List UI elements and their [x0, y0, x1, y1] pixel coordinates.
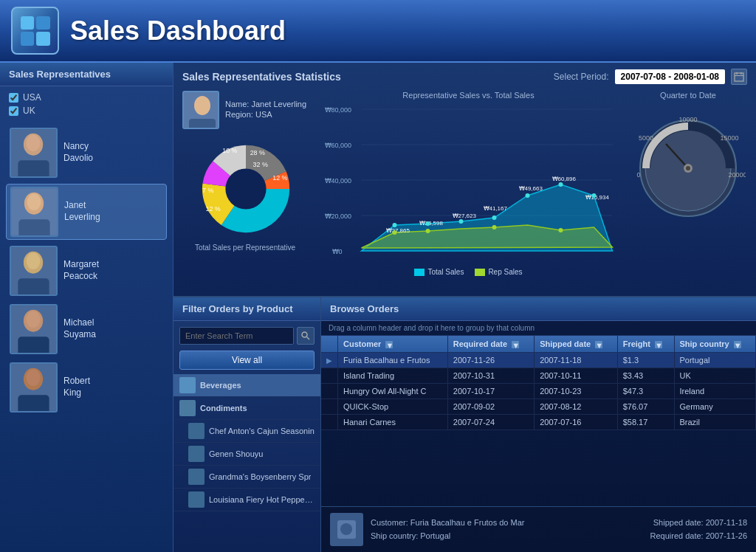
svg-text:₩26,598: ₩26,598: [419, 220, 444, 227]
table-row[interactable]: Island Trading 2007-10-31 2007-10-11 $3.…: [321, 368, 756, 384]
browse-orders-panel: Browse Orders Drag a column header and d…: [321, 297, 756, 552]
row-required-date: 2007-07-24: [447, 415, 534, 430]
svg-rect-14: [18, 337, 49, 353]
order-detail-icon: [330, 513, 363, 546]
svg-point-56: [492, 215, 497, 220]
filter-usa-label: USA: [23, 92, 41, 103]
svg-point-61: [426, 229, 430, 233]
table-row[interactable]: Hungry Owl All-Night C 2007-10-17 2007-1…: [321, 384, 756, 399]
rep-item-janet[interactable]: JanetLeverling: [6, 184, 167, 240]
col-header-freight[interactable]: Freight ▼: [617, 336, 674, 353]
rep-avatar-nancy: [10, 128, 58, 178]
rep-info-header: Name: Janet Leverling Region: USA: [182, 91, 308, 129]
period-label: Select Period:: [554, 72, 609, 82]
bottom-panel: Filter Orders by Product View all Bever: [173, 297, 756, 552]
svg-text:10000: 10000: [678, 116, 697, 123]
product-icon-condiments: [179, 400, 196, 416]
filter-usa[interactable]: USA: [9, 92, 164, 103]
rep-avatar-michael: [10, 304, 58, 354]
rep-avatar-margaret: [10, 246, 58, 296]
rep-name-michael: MichaelSuyama: [63, 317, 96, 340]
view-all-button[interactable]: View all: [179, 351, 315, 370]
order-detail: Customer: Furia Bacalhau e Frutos do Mar…: [321, 506, 756, 552]
logo: [11, 7, 59, 55]
filter-uk[interactable]: UK: [9, 106, 164, 116]
product-name-grandma: Grandma's Boysenberry Spr: [209, 472, 311, 481]
svg-text:28 %: 28 %: [250, 149, 265, 156]
row-freight: $76.07: [617, 399, 674, 415]
rep-item-michael[interactable]: MichaelSuyama: [6, 302, 167, 356]
col-header-customer[interactable]: Customer ▼: [338, 336, 448, 353]
order-detail-required: Required date: 2007-11-26: [650, 530, 747, 543]
table-row[interactable]: Hanari Carnes 2007-07-24 2007-07-16 $58.…: [321, 415, 756, 430]
rep-info-name: Name: Janet Leverling: [225, 100, 306, 108]
row-customer: Island Trading: [338, 368, 448, 384]
svg-point-3: [27, 135, 41, 152]
row-customer: Hanari Carnes: [338, 415, 448, 430]
svg-rect-2: [18, 160, 49, 176]
stats-title: Sales Representatives Statistics: [182, 71, 341, 83]
col-header-shipped[interactable]: Shipped date ▼: [535, 336, 618, 353]
rep-avatar-janet: [10, 187, 58, 237]
search-input[interactable]: [179, 327, 294, 345]
product-item-genen[interactable]: Genen Shouyu: [173, 443, 320, 466]
product-item-louisiana[interactable]: Louisiana Fiery Hot Pepper S: [173, 489, 320, 511]
rep-item-robert[interactable]: RobertKing: [6, 360, 167, 415]
stats-content: Name: Janet Leverling Region: USA: [182, 91, 747, 290]
product-name-genen: Genen Shouyu: [209, 449, 263, 458]
table-row[interactable]: QUICK-Stop 2007-09-02 2007-08-12 $76.07 …: [321, 399, 756, 415]
filter-orders-panel: Filter Orders by Product View all Bever: [173, 297, 321, 552]
orders-table: Customer ▼ Required date ▼ Shipped date …: [321, 336, 756, 430]
sidebar-title: Sales Representatives: [0, 63, 173, 86]
product-item-beverages[interactable]: Beverages: [173, 374, 320, 397]
row-arrow: ▶: [321, 353, 338, 368]
row-required-date: 2007-10-31: [447, 368, 534, 384]
rep-info-region: Region: USA: [225, 110, 306, 119]
row-country: Germany: [674, 399, 756, 415]
sort-icon-freight[interactable]: ▼: [655, 341, 662, 348]
rep-item-nancy[interactable]: NancyDavolio: [6, 125, 167, 180]
product-item-cajun[interactable]: Chef Anton's Cajun Seasonin: [173, 420, 320, 443]
period-calendar-btn[interactable]: [731, 69, 747, 85]
product-item-grandma[interactable]: Grandma's Boysenberry Spr: [173, 466, 320, 489]
svg-point-59: [592, 193, 597, 198]
table-row[interactable]: ▶ Furia Bacalhau e Frutos 2007-11-26 200…: [321, 353, 756, 368]
sort-icon-customer[interactable]: ▼: [385, 341, 393, 348]
sort-icon-country[interactable]: ▼: [734, 341, 741, 348]
svg-point-74: [302, 332, 307, 337]
rep-avatar-robert: [10, 362, 58, 413]
row-freight: $58.17: [617, 415, 674, 430]
product-icon-cajun: [188, 423, 205, 439]
svg-text:10 %: 10 %: [222, 147, 237, 154]
row-freight: $3.43: [617, 368, 674, 384]
svg-point-11: [27, 253, 41, 270]
row-country: UK: [674, 368, 756, 384]
col-header-arrow: [321, 336, 338, 353]
rep-name-robert: RobertKing: [63, 376, 90, 399]
col-header-required[interactable]: Required date ▼: [447, 336, 534, 353]
product-icon-genen: [188, 446, 205, 462]
sort-icon-required[interactable]: ▼: [512, 341, 519, 348]
svg-point-77: [340, 523, 352, 535]
logo-cell-bl: [21, 32, 35, 46]
rep-name-janet: JanetLeverling: [64, 200, 100, 223]
svg-point-15: [27, 311, 41, 328]
filter-uk-checkbox[interactable]: [9, 106, 18, 116]
svg-text:7 %: 7 %: [202, 187, 213, 194]
sort-icon-shipped[interactable]: ▼: [595, 341, 602, 348]
line-chart-container: Representative Sales vs. Total Sales ₩80…: [315, 91, 622, 290]
svg-text:₩49,663: ₩49,663: [519, 185, 543, 192]
row-country: Portugal: [674, 353, 756, 368]
main-content: Sales Representatives USA UK: [0, 63, 756, 552]
rep-item-margaret[interactable]: MargaretPeacock: [6, 244, 167, 298]
drag-hint: Drag a column header and drop it here to…: [321, 321, 756, 336]
row-required-date: 2007-10-17: [447, 384, 534, 399]
filter-usa-checkbox[interactable]: [9, 93, 18, 103]
search-button[interactable]: [297, 327, 315, 345]
period-value: 2007-07-08 - 2008-01-08: [615, 69, 725, 84]
col-header-country[interactable]: Ship country ▼: [674, 336, 756, 353]
product-item-condiments[interactable]: Condiments: [173, 397, 320, 420]
rep-info-box: Name: Janet Leverling Region: USA: [182, 91, 308, 290]
row-shipped-date: 2007-11-18: [535, 353, 618, 368]
legend-rep-label: Rep Sales: [488, 268, 522, 276]
